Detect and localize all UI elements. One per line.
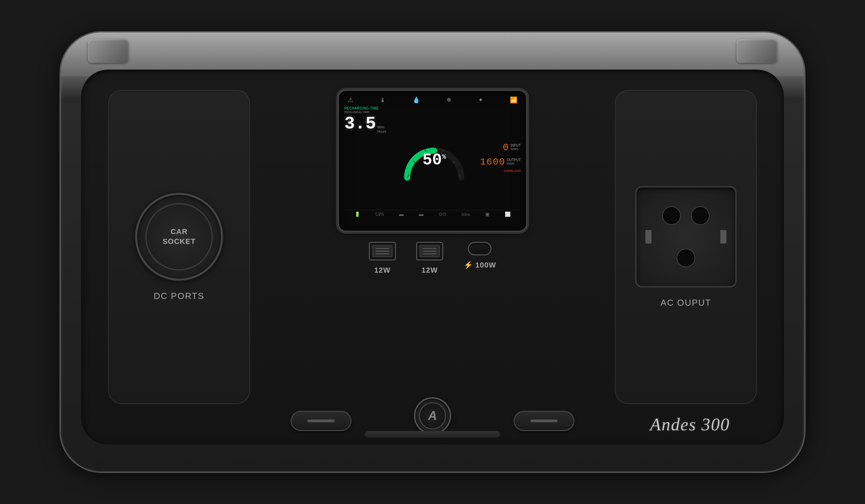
recharging-label: RECHARGING TIME	[344, 106, 392, 110]
percent-sign: %	[442, 153, 446, 161]
battery-percent: 50%	[422, 151, 446, 169]
ac-power-button[interactable]	[514, 411, 574, 431]
usb-lines-2	[423, 248, 437, 254]
usb-line	[376, 253, 389, 254]
usb-line	[376, 251, 389, 252]
car-socket[interactable]: CAR SOCKET	[135, 193, 223, 281]
usb-c-connector[interactable]	[468, 242, 492, 255]
lcd-content: RECHARGING TIME REMAINING TIME 3.5 Mins …	[344, 106, 521, 208]
car-socket-label2: SOCKET	[162, 237, 196, 247]
battery-icon: 🔋	[355, 211, 360, 217]
dc-section: CAR SOCKET DC PORTS	[108, 90, 250, 404]
handle-right	[737, 39, 777, 63]
usb-lines-1	[376, 248, 389, 254]
output-label: OUTPUT	[507, 158, 521, 162]
output-value: 1600	[480, 157, 506, 167]
usb-a-connector-1[interactable]	[369, 242, 396, 260]
mins-label: Mins	[378, 125, 387, 129]
circles-icon: ⊙⊙	[439, 211, 447, 217]
lcd-power-section: 0 INPUT Watts 1600 OUTPUT Watts OVERL	[477, 106, 521, 208]
center-power-button[interactable]: A	[414, 397, 451, 434]
percent-value: 50	[422, 151, 442, 169]
ac-section: AC OUPUT	[615, 90, 757, 404]
outlet-hole-left	[662, 207, 681, 225]
usb-a-inner-1	[372, 245, 393, 257]
port-3-wattage: ⚡ 100W	[464, 261, 496, 270]
main-panel: CAR SOCKET DC PORTS ⚠ 🌡 💧 ❄ ✦ 📶 RECH	[81, 70, 784, 445]
usb-a-port-1[interactable]: 12W	[369, 242, 396, 274]
dc-power-button[interactable]	[291, 411, 351, 431]
solar-icon: ▬	[399, 212, 404, 217]
usb-c-port-1[interactable]: ⚡ 100W	[464, 242, 496, 270]
usb-line	[423, 253, 437, 254]
port-2-wattage: 12W	[422, 266, 438, 274]
ac-outlet[interactable]	[635, 186, 737, 288]
overload-label: OVERLOAD	[477, 169, 521, 173]
brand-letter: A	[428, 409, 437, 423]
car-icon: ▬	[419, 212, 423, 217]
hours-label: Hours	[378, 130, 387, 133]
dc-button-indicator	[308, 420, 335, 422]
usb-line	[376, 248, 389, 249]
handle-left	[88, 39, 128, 63]
usb-a-port-2[interactable]: 12W	[416, 242, 443, 274]
input-watts: Watts	[510, 147, 521, 151]
port-1-wattage: 12W	[374, 266, 391, 274]
ac-button-indicator	[530, 420, 557, 422]
center-button-inner: A	[419, 402, 446, 429]
bluetooth-icon: ✦	[478, 96, 483, 104]
temp-icon: 🌡	[380, 97, 386, 104]
brand-name: Andes 300	[650, 414, 730, 434]
outlet-holes	[652, 200, 720, 274]
time-display: 3.5 Mins Hours	[344, 115, 392, 133]
usb-line	[423, 251, 437, 252]
output-display: 1600 OUTPUT Watts	[477, 157, 521, 167]
outlet-tab-right	[720, 230, 726, 244]
output-labels: OUTPUT Watts	[507, 157, 521, 165]
output-watts: Watts	[507, 162, 521, 165]
usb-a-connector-2[interactable]	[416, 242, 443, 260]
dc-ports-label: DC PORTS	[154, 291, 205, 301]
water-icon: 💧	[413, 96, 420, 104]
ac-output-label: AC OUPUT	[660, 297, 711, 308]
input-labels: INPUT Watts	[510, 142, 521, 151]
outlet-hole-ground	[677, 249, 695, 267]
lcd-screen: ⚠ 🌡 💧 ❄ ✦ 📶 RECHARGING TIME REMAINING TI…	[338, 90, 527, 232]
outlet-hole-right	[691, 207, 710, 225]
wifi-icon: 📶	[510, 96, 517, 104]
lcd-top-icons: ⚠ 🌡 💧 ❄ ✦ 📶	[344, 96, 521, 104]
usb-line	[423, 248, 437, 249]
outlet-tab-left	[645, 230, 651, 244]
battery2-icon: ▣	[485, 211, 489, 217]
time-units: Mins Hours	[378, 125, 387, 133]
input-value: 0	[503, 142, 509, 153]
usb-a-inner-2	[420, 245, 440, 257]
lcd-gauge-section: 50%	[394, 106, 474, 208]
battery-gauge: 50%	[400, 127, 468, 188]
time-value: 3.5	[344, 115, 376, 133]
lcd-time-section: RECHARGING TIME REMAINING TIME 3.5 Mins …	[344, 106, 392, 208]
plug-icon: ⬜	[505, 211, 510, 217]
car-socket-label: CAR	[171, 227, 188, 237]
warning-icon: ⚠	[348, 96, 353, 104]
input-label: INPUT	[510, 143, 521, 147]
ports-row: 12W 12W ⚡ 100W	[369, 242, 496, 274]
input-display: 0 INPUT Watts	[477, 142, 521, 153]
car-socket-inner: CAR SOCKET	[145, 203, 213, 271]
lcd-bottom-icons: 🔋 UPS ▬ ▬ ⊙⊙ 50Hz ▣ ⬜	[344, 210, 521, 219]
ups-icon: UPS	[376, 212, 384, 217]
remaining-label: REMAINING TIME	[344, 110, 392, 114]
frequency-display: 50Hz	[462, 212, 470, 216]
bottom-edge-detail	[365, 431, 500, 438]
device-body: CAR SOCKET DC PORTS ⚠ 🌡 💧 ❄ ✦ 📶 RECH	[61, 33, 804, 471]
snowflake-icon: ❄	[446, 96, 451, 104]
